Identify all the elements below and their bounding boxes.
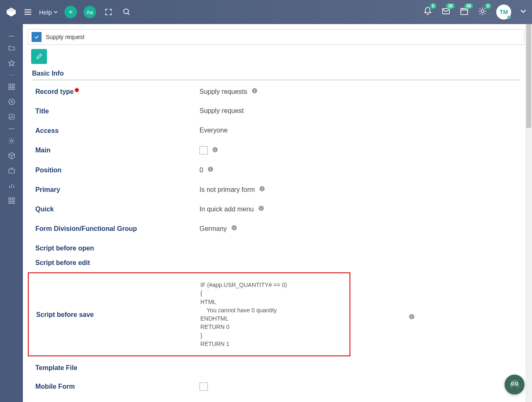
label-script-edit: Script before edit — [35, 259, 200, 267]
svg-rect-24 — [9, 84, 11, 86]
info-icon[interactable]: i — [207, 166, 214, 174]
label-script-open: Script before open — [35, 244, 200, 252]
label-title: Title — [35, 107, 200, 115]
required-star-icon: ✱ — [74, 87, 79, 93]
checkbox-main[interactable] — [200, 146, 208, 154]
svg-rect-40 — [9, 201, 11, 203]
svg-point-32 — [10, 140, 12, 142]
help-label: Help — [39, 9, 52, 16]
label-primary: Primary — [35, 186, 200, 194]
menu-toggle-icon[interactable] — [23, 7, 32, 17]
search-button[interactable] — [121, 6, 133, 18]
svg-line-22 — [485, 8, 485, 9]
sidebar-item-tasks[interactable] — [5, 110, 18, 123]
value-title: Supply request — [200, 107, 244, 115]
sidebar — [0, 24, 23, 402]
value-quick: In quick add menu — [200, 206, 254, 213]
label-mobile-form: Mobile Form — [35, 382, 200, 390]
add-button[interactable] — [64, 6, 77, 18]
value-division: Germany — [200, 225, 227, 233]
highlight-box: Script before save IF (#app.USR_QUANTITY… — [28, 272, 350, 356]
text-size-button[interactable]: Aa — [84, 6, 96, 18]
mail-badge: 38 — [446, 3, 455, 9]
help-menu[interactable]: Help — [39, 9, 58, 16]
bell-badge: 5 — [430, 3, 436, 9]
info-icon[interactable]: i — [259, 186, 265, 194]
chatbot-button[interactable] — [505, 375, 525, 395]
calendar-notifications[interactable]: 48 — [460, 7, 469, 17]
info-icon[interactable]: i — [231, 225, 237, 233]
label-main: Main — [35, 146, 200, 154]
svg-line-21 — [480, 13, 480, 14]
svg-line-19 — [480, 8, 480, 9]
sidebar-item-add[interactable] — [5, 95, 18, 108]
svg-text:i: i — [261, 206, 261, 211]
svg-rect-25 — [12, 84, 14, 86]
value-script-save: IF (#app.USR_QUANTITY# == 0) { HTML You … — [200, 281, 287, 348]
presence-dot-icon — [507, 15, 510, 19]
value-position: 0 — [200, 167, 203, 174]
avatar-initials: TM — [500, 9, 508, 15]
sidebar-separator — [9, 75, 15, 76]
label-quick: Quick — [35, 205, 200, 213]
svg-point-59 — [516, 383, 517, 384]
svg-marker-23 — [8, 60, 15, 66]
svg-text:i: i — [262, 187, 263, 191]
info-icon[interactable]: i — [409, 314, 415, 321]
info-icon[interactable]: i — [212, 147, 218, 154]
svg-text:i: i — [411, 314, 412, 319]
sidebar-separator — [9, 36, 15, 37]
sidebar-item-analytics[interactable] — [5, 179, 18, 192]
svg-line-8 — [128, 13, 129, 15]
svg-rect-39 — [12, 198, 14, 200]
scrollbar-thumb[interactable] — [526, 24, 531, 128]
value-access: Everyone — [200, 127, 228, 134]
sidebar-separator — [9, 128, 15, 129]
svg-point-58 — [512, 383, 513, 384]
label-script-save: Script before save — [36, 311, 200, 319]
svg-rect-26 — [9, 88, 11, 90]
label-position: Position — [35, 166, 200, 174]
aa-label: Aa — [86, 9, 93, 15]
svg-text:i: i — [214, 147, 215, 152]
sidebar-item-folder[interactable] — [5, 42, 18, 55]
value-record-type: Supply requests — [200, 88, 247, 96]
value-primary: Is not primary form — [200, 186, 255, 194]
card-title: Supply request — [46, 34, 84, 40]
sidebar-item-settings[interactable] — [5, 134, 18, 147]
fullscreen-button[interactable] — [103, 6, 114, 18]
app-logo[interactable] — [6, 7, 17, 17]
info-icon[interactable]: i — [251, 88, 258, 96]
svg-line-20 — [485, 13, 485, 14]
scrollbar[interactable] — [525, 24, 532, 402]
sidebar-item-grid[interactable] — [5, 194, 18, 207]
info-icon[interactable]: i — [258, 205, 264, 213]
theme-toggle[interactable]: 0 — [478, 7, 487, 17]
svg-rect-27 — [12, 88, 14, 90]
card-header: Supply request — [28, 29, 525, 45]
label-division: Form Division/Functional Group — [35, 225, 200, 233]
label-record-type: Record type✱ — [35, 88, 200, 96]
calendar-badge: 48 — [464, 3, 473, 9]
sidebar-item-favorites[interactable] — [5, 56, 18, 70]
checkbox-mobile-form[interactable] — [200, 382, 208, 391]
svg-text:i: i — [234, 226, 234, 230]
svg-rect-41 — [12, 201, 14, 203]
section-title: Basic Info — [28, 68, 525, 80]
theme-badge: 0 — [485, 3, 491, 9]
svg-text:i: i — [210, 167, 211, 172]
sidebar-item-apps[interactable] — [5, 80, 18, 93]
label-access: Access — [35, 127, 200, 135]
svg-point-7 — [123, 9, 128, 14]
label-template-file: Template File — [35, 364, 200, 372]
bell-notifications[interactable]: 5 — [423, 7, 432, 17]
edit-button[interactable] — [31, 49, 47, 64]
sidebar-item-package[interactable] — [5, 149, 18, 162]
mail-notifications[interactable]: 38 — [441, 7, 451, 17]
svg-rect-31 — [9, 114, 14, 119]
avatar[interactable]: TM — [496, 5, 511, 20]
svg-rect-38 — [9, 198, 11, 200]
svg-point-14 — [481, 10, 484, 12]
user-menu-chevron-icon[interactable] — [520, 8, 526, 16]
sidebar-item-briefcase[interactable] — [5, 164, 18, 177]
